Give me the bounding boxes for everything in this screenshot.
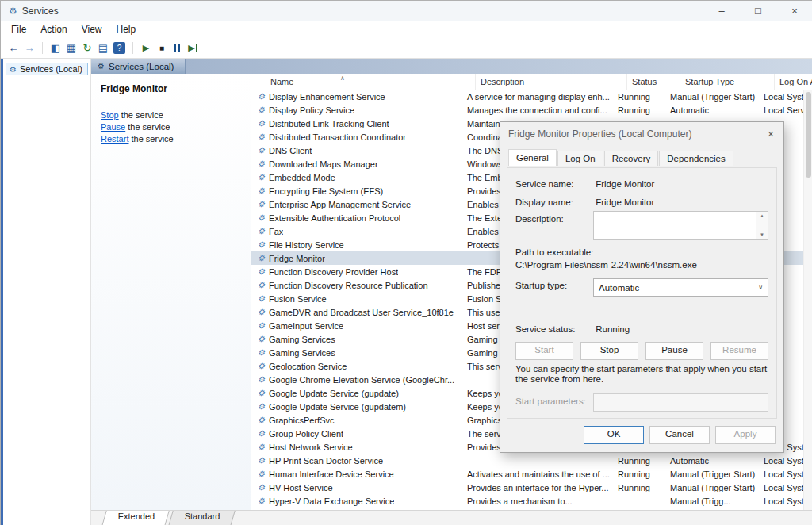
restart-service-link[interactable]: Restart the service xyxy=(101,134,243,144)
pause-link-text[interactable]: Pause xyxy=(101,122,125,132)
menu-view[interactable]: View xyxy=(75,23,109,36)
service-gear-icon: ⚙ xyxy=(258,186,265,195)
tab-log-on[interactable]: Log On xyxy=(557,151,603,166)
pane-header-icon: ⚙ xyxy=(98,62,105,71)
service-gear-icon: ⚙ xyxy=(258,389,265,397)
service-status-label: Service status: xyxy=(515,324,593,334)
path-value: C:\Program Files\nssm-2.24\win64\nssm.ex… xyxy=(515,260,697,270)
dialog-close-icon[interactable]: × xyxy=(761,128,780,140)
column-header-description[interactable]: Description xyxy=(476,74,627,90)
table-row[interactable]: ⚙ Display Policy Service Manages the con… xyxy=(251,103,812,117)
service-name: HP Print Scan Doctor Service xyxy=(269,456,383,466)
column-header-logon-as[interactable]: Log On As xyxy=(775,74,812,90)
service-name: Fax xyxy=(269,227,283,236)
column-header-status[interactable]: Status xyxy=(627,74,680,90)
tab-recovery[interactable]: Recovery xyxy=(604,151,659,166)
dialog-title-bar: Fridge Monitor Properties (Local Compute… xyxy=(500,122,783,146)
start-button[interactable]: Start xyxy=(515,342,573,360)
toolbar-separator xyxy=(132,42,133,54)
service-name: HV Host Service xyxy=(269,483,333,492)
table-row[interactable]: ⚙ HP Print Scan Doctor Service Running A… xyxy=(251,454,812,467)
service-name: Embedded Mode xyxy=(269,173,335,182)
forward-icon[interactable]: → xyxy=(21,42,37,54)
scroll-up-icon[interactable]: ▲ xyxy=(760,213,764,218)
maximize-button[interactable]: □ xyxy=(740,1,776,21)
service-status: Running xyxy=(613,469,665,479)
start-parameters-hint: You can specify the start parameters tha… xyxy=(515,364,770,385)
menu-help[interactable]: Help xyxy=(109,23,144,36)
stop-link-text[interactable]: Stop xyxy=(101,110,119,120)
help-icon[interactable]: ? xyxy=(113,42,125,54)
service-gear-icon: ⚙ xyxy=(258,456,265,465)
service-gear-icon: ⚙ xyxy=(258,496,265,505)
startup-type-value: Automatic xyxy=(599,283,639,293)
menu-action[interactable]: Action xyxy=(33,23,74,36)
scrollbar-thumb[interactable] xyxy=(806,92,811,178)
service-status-row: Service status: Running xyxy=(515,324,630,334)
table-row[interactable]: ⚙ HV Host Service Provides an interface … xyxy=(251,481,812,494)
table-row[interactable]: ⚙ Display Enhancement Service A service … xyxy=(251,90,812,103)
table-row[interactable]: ⚙ Human Interface Device Service Activat… xyxy=(251,467,812,481)
start-parameters-label: Start parameters: xyxy=(515,397,586,406)
ok-button[interactable]: OK xyxy=(584,426,644,444)
service-gear-icon: ⚙ xyxy=(258,240,265,249)
column-header-name[interactable]: ∧ Name xyxy=(251,74,476,90)
menu-file[interactable]: File xyxy=(4,23,33,36)
service-gear-icon: ⚙ xyxy=(258,281,265,289)
service-gear-icon: ⚙ xyxy=(258,416,265,424)
start-parameters-input[interactable] xyxy=(593,393,768,412)
properties-icon[interactable]: ▦ xyxy=(63,42,79,54)
pane-header: ⚙ Services (Local) xyxy=(91,59,812,74)
tree-item-services-local[interactable]: ⚙ Services (Local) xyxy=(6,63,88,75)
pause-button[interactable]: Pause xyxy=(645,342,703,360)
restart-service-icon[interactable]: ▶ xyxy=(184,43,201,53)
service-name-value: Fridge Monitor xyxy=(596,179,654,189)
column-header-startup-type[interactable]: Startup Type xyxy=(680,74,775,90)
export-list-icon[interactable]: ▤ xyxy=(95,42,111,54)
stop-button[interactable]: Stop xyxy=(580,342,638,360)
tab-dependencies[interactable]: Dependencies xyxy=(659,151,733,166)
vertical-scrollbar[interactable] xyxy=(803,90,812,510)
service-description: Provides a mechanism to... xyxy=(462,496,613,506)
display-name-value: Fridge Monitor xyxy=(596,197,654,207)
service-startup-type: Manual (Trigg... xyxy=(665,496,759,506)
service-gear-icon: ⚙ xyxy=(258,362,265,370)
service-gear-icon: ⚙ xyxy=(258,267,265,276)
service-gear-icon: ⚙ xyxy=(258,132,265,141)
service-name: DNS Client xyxy=(269,146,312,155)
resume-button[interactable]: Resume xyxy=(710,342,768,360)
table-row[interactable]: ⚙ Hyper-V Data Exchange Service Provides… xyxy=(251,494,812,508)
apply-button[interactable]: Apply xyxy=(715,426,776,444)
show-console-tree-icon[interactable]: ◧ xyxy=(48,42,63,54)
title-bar: ⚙ Services – □ × xyxy=(1,1,812,21)
description-scrollbar[interactable]: ▲ ▼ xyxy=(756,212,768,239)
service-name: Extensible Authentication Protocol xyxy=(269,213,400,223)
tab-standard[interactable]: Standard xyxy=(169,511,236,525)
minimize-button[interactable]: – xyxy=(703,1,740,21)
description-field[interactable]: ▲ ▼ xyxy=(593,211,768,240)
restart-link-text[interactable]: Restart xyxy=(101,134,128,144)
scroll-down-icon[interactable]: ▼ xyxy=(760,232,764,237)
pause-service-link[interactable]: Pause the service xyxy=(101,122,243,132)
tab-extended[interactable]: Extended xyxy=(102,511,170,525)
service-gear-icon: ⚙ xyxy=(258,321,265,330)
service-gear-icon: ⚙ xyxy=(258,200,265,209)
service-status: Running xyxy=(613,456,665,466)
service-name: Function Discovery Provider Host xyxy=(269,267,398,277)
tab-general[interactable]: General xyxy=(508,149,557,166)
stop-service-icon[interactable]: ■ xyxy=(154,44,170,52)
list-header: ∧ Name Description Status Startup Type L… xyxy=(251,74,812,90)
service-name: Downloaded Maps Manager xyxy=(269,159,378,169)
service-name: Human Interface Device Service xyxy=(269,469,394,479)
refresh-icon[interactable]: ↻ xyxy=(79,42,95,54)
stop-service-link[interactable]: Stop the service xyxy=(101,110,243,120)
cancel-button[interactable]: Cancel xyxy=(649,426,710,444)
startup-type-dropdown[interactable]: Automatic ∨ xyxy=(593,278,768,297)
service-description: Activates and maintains the use of ... xyxy=(462,469,613,479)
back-icon[interactable]: ← xyxy=(6,42,21,54)
service-description: A service for managing display enh... xyxy=(462,92,613,102)
service-name: Enterprise App Management Service xyxy=(269,200,411,209)
pause-service-icon[interactable] xyxy=(170,40,184,55)
close-button[interactable]: × xyxy=(776,1,812,21)
start-service-icon[interactable]: ▶ xyxy=(138,43,154,53)
